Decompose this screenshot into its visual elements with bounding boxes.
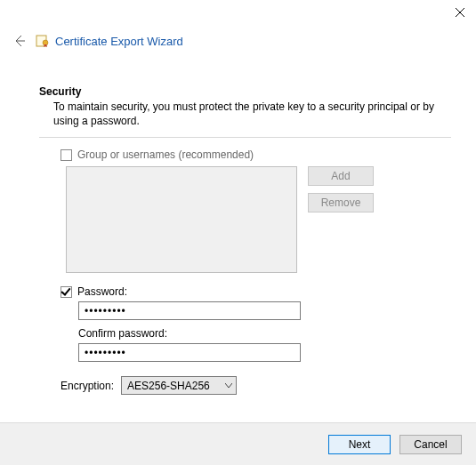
wizard-header: Certificate Export Wizard xyxy=(11,32,465,50)
encryption-select[interactable]: AES256-SHA256 xyxy=(121,376,237,395)
next-button[interactable]: Next xyxy=(328,435,391,454)
cancel-button[interactable]: Cancel xyxy=(399,435,462,454)
section-heading: Security xyxy=(39,85,451,98)
password-label: Password: xyxy=(77,285,127,298)
group-usernames-checkbox[interactable] xyxy=(61,149,72,161)
back-arrow-icon xyxy=(12,34,27,48)
footer: Next Cancel xyxy=(0,422,476,465)
encryption-row: Encryption: AES256-SHA256 xyxy=(61,376,451,395)
divider xyxy=(39,137,451,138)
principals-row: Add Remove xyxy=(66,166,451,273)
password-input[interactable] xyxy=(78,301,301,320)
remove-button: Remove xyxy=(308,193,374,212)
group-checkbox-row: Group or usernames (recommended) xyxy=(61,148,451,161)
section-description: To maintain security, you must protect t… xyxy=(53,100,436,128)
group-usernames-label: Group or usernames (recommended) xyxy=(77,148,254,161)
back-button[interactable] xyxy=(11,32,28,50)
encryption-label: Encryption: xyxy=(61,380,114,392)
password-section: Password: Confirm password: xyxy=(61,285,451,362)
encryption-select-wrap: AES256-SHA256 xyxy=(121,376,237,395)
add-button: Add xyxy=(308,166,374,186)
close-button[interactable] xyxy=(453,5,467,20)
certificate-icon xyxy=(36,34,50,48)
content-area: Security To maintain security, you must … xyxy=(39,85,451,395)
close-icon xyxy=(456,8,464,17)
password-checkbox-row: Password: xyxy=(61,285,451,298)
principals-buttons: Add Remove xyxy=(308,166,374,212)
password-checkbox[interactable] xyxy=(61,286,72,298)
confirm-password-label: Confirm password: xyxy=(78,327,451,340)
titlebar xyxy=(0,0,476,25)
page-title: Certificate Export Wizard xyxy=(55,35,183,48)
wizard-title-row: Certificate Export Wizard xyxy=(36,34,183,48)
confirm-password-input[interactable] xyxy=(78,343,301,362)
principals-list xyxy=(66,166,297,273)
